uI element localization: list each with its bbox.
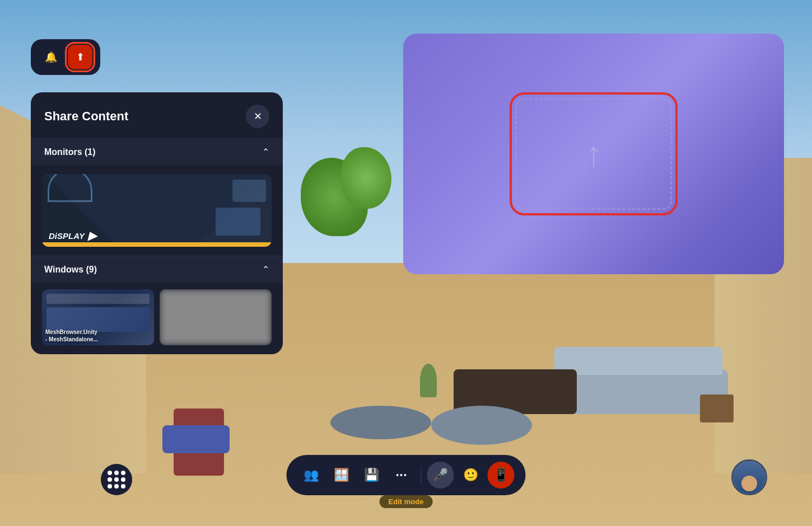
- save-icon: 💾: [364, 468, 379, 482]
- people-icon: 👥: [304, 468, 319, 482]
- share-panel-title: Share Content: [44, 109, 128, 124]
- window-label-1: MeshBrowser.Unity- MeshStandalone...: [45, 328, 151, 343]
- emoji-icon: 🙂: [463, 468, 478, 482]
- windows-chevron-icon: ⌃: [262, 264, 269, 275]
- avatar-button[interactable]: [731, 459, 767, 495]
- monitor-thumbnail: DiSPLAY ▶: [42, 174, 272, 247]
- bell-icon: 🔔: [45, 51, 57, 63]
- monitor-thumbnail-inner: DiSPLAY ▶: [42, 174, 272, 247]
- notification-button[interactable]: 🔔: [39, 45, 63, 69]
- edit-mode-label: Edit mode: [389, 497, 424, 506]
- bottom-toolbar: 👥 🪟 💾 ••• 🎤 🙂 📱: [287, 455, 526, 495]
- emoji-button[interactable]: 🙂: [458, 462, 484, 489]
- window-mesh-bg: MeshBrowser.Unity- MeshStandalone...: [42, 289, 154, 345]
- round-table: [330, 406, 431, 439]
- monitors-section-header[interactable]: Monitors (1) ⌃: [31, 139, 283, 165]
- dot-9: [121, 484, 125, 489]
- dot-7: [108, 484, 112, 489]
- mute-button[interactable]: 🎤: [427, 462, 454, 489]
- dot-3: [121, 471, 125, 475]
- share-button[interactable]: 📱: [488, 462, 515, 489]
- top-toolbar: 🔔 ⬆: [31, 39, 100, 75]
- avatar-inner: [733, 461, 766, 494]
- window-thumbnail-1: MeshBrowser.Unity- MeshStandalone...: [42, 289, 154, 345]
- more-icon: •••: [396, 471, 408, 480]
- upload-arrow-icon: ↑: [585, 136, 603, 172]
- window-button[interactable]: 🪟: [328, 462, 355, 489]
- monitors-section-title: Monitors (1): [44, 147, 96, 157]
- window-icon: 🪟: [334, 468, 349, 482]
- display-arrow-icon: ▶: [88, 229, 96, 242]
- upload-zone: ↑: [515, 98, 672, 210]
- monitors-section-content: DiSPLAY ▶: [31, 165, 283, 256]
- dot-1: [108, 471, 112, 475]
- dot-5: [114, 477, 119, 482]
- monitors-chevron-icon: ⌃: [262, 147, 269, 157]
- windows-section-content: MeshBrowser.Unity- MeshStandalone...: [31, 283, 283, 354]
- window-blurred-bg: [160, 289, 272, 345]
- window-item-2[interactable]: [160, 289, 272, 345]
- monitor-item-1[interactable]: DiSPLAY ▶: [42, 174, 272, 247]
- close-icon: ✕: [254, 110, 262, 123]
- people-button[interactable]: 👥: [298, 462, 325, 489]
- window-thumbnail-2: [160, 289, 272, 345]
- dot-4: [108, 477, 112, 482]
- tree-2: [341, 147, 391, 209]
- share-content-panel: Share Content ✕ Monitors (1) ⌃: [31, 92, 283, 354]
- plant: [420, 364, 437, 397]
- apps-button[interactable]: [101, 464, 132, 495]
- mesh-arch: [48, 174, 92, 202]
- side-table: [700, 394, 734, 422]
- display-text: DiSPLAY: [49, 231, 85, 241]
- dot-2: [114, 471, 119, 475]
- windows-section-header[interactable]: Windows (9) ⌃: [31, 256, 283, 283]
- edit-mode-badge: Edit mode: [380, 495, 433, 508]
- close-panel-button[interactable]: ✕: [246, 105, 269, 128]
- share-panel-header: Share Content ✕: [31, 92, 283, 138]
- avatar-head: [741, 476, 757, 491]
- dot-6: [121, 477, 125, 482]
- share-content-button[interactable]: ⬆: [68, 45, 92, 69]
- window-item-1[interactable]: MeshBrowser.Unity- MeshStandalone...: [42, 289, 154, 345]
- windows-section-title: Windows (9): [44, 265, 97, 275]
- yellow-stripe: [42, 242, 272, 247]
- toolbar-separator: [421, 466, 422, 484]
- upload-icon: ⬆: [76, 51, 85, 63]
- blue-platform: [162, 425, 230, 453]
- vr-screen: ↑: [403, 34, 784, 274]
- mute-icon: 🎤: [433, 468, 448, 482]
- save-button[interactable]: 💾: [358, 462, 385, 489]
- share-icon: 📱: [493, 468, 508, 482]
- more-button[interactable]: •••: [389, 462, 416, 489]
- ottoman: [431, 406, 532, 445]
- dot-8: [114, 484, 119, 489]
- apps-grid-icon: [108, 471, 125, 489]
- display-label: DiSPLAY ▶: [49, 229, 96, 242]
